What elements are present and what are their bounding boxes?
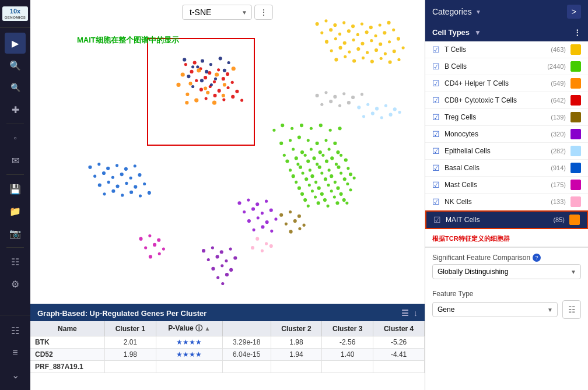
folder-tool[interactable]: 📁: [5, 201, 26, 222]
cell-type-row-cd4+-helper-t-cells[interactable]: ☑ CD4+ Helper T Cells (549): [425, 75, 588, 92]
cell-type-color-swatch-7[interactable]: [570, 163, 581, 173]
grid-tool[interactable]: ☷: [5, 251, 26, 272]
svg-point-73: [300, 124, 303, 127]
cell-type-checkbox-1[interactable]: ☑: [432, 62, 440, 71]
table-row[interactable]: PRF_887A19.1: [30, 361, 425, 373]
svg-point-218: [191, 65, 194, 68]
crosshair-tool[interactable]: ✚: [5, 99, 26, 120]
cell-type-checkbox-9[interactable]: ☑: [432, 197, 440, 206]
col-pvalue[interactable]: P-Value ⓘ ▲: [156, 321, 222, 336]
cell-type-color-swatch-5[interactable]: [570, 129, 581, 139]
svg-point-20: [285, 159, 289, 163]
settings-tool[interactable]: ⚙: [5, 273, 26, 294]
svg-point-211: [194, 98, 198, 102]
cell-type-row-mait-cells[interactable]: ☑ MAIT Cells (85): [425, 210, 588, 229]
cell-type-row-nk-cells[interactable]: ☑ NK Cells (133): [425, 194, 588, 210]
cell-type-checkbox-8[interactable]: ☑: [432, 180, 440, 189]
cell-type-checkbox-0[interactable]: ☑: [432, 45, 440, 54]
cell-type-checkbox-4[interactable]: ☑: [432, 113, 440, 122]
svg-point-260: [298, 215, 301, 218]
chevron-down-btn[interactable]: ⌄: [5, 364, 26, 385]
sig-feature-info-icon[interactable]: ?: [533, 254, 541, 262]
svg-point-140: [103, 192, 106, 195]
table-row[interactable]: CD52 1.98 ★★★★ 6.04e-15 1.94 1.40 -4.41: [30, 349, 425, 361]
cell-types-more[interactable]: ⋮: [573, 28, 581, 37]
svg-point-228: [191, 85, 194, 88]
svg-point-120: [388, 60, 392, 64]
cell-type-checkbox-2[interactable]: ☑: [432, 79, 440, 88]
svg-point-98: [343, 41, 346, 45]
svg-point-60: [303, 198, 307, 202]
feature-type-select-wrapper: Gene: [432, 302, 558, 317]
svg-point-137: [125, 182, 128, 185]
cell-type-row-cd8+-cytotoxic-t-cells[interactable]: ☑ CD8+ Cytotoxic T Cells (642): [425, 92, 588, 109]
tsne-dropdown[interactable]: t-SNE: [182, 5, 252, 20]
svg-point-47: [353, 177, 356, 180]
cell-type-color-swatch-1[interactable]: [570, 61, 581, 72]
svg-point-193: [218, 89, 221, 93]
layout-grid-btn[interactable]: ☷: [5, 320, 26, 341]
cell-type-color-swatch-6[interactable]: [570, 146, 581, 156]
cell-type-count-1: (2440): [547, 63, 566, 70]
svg-point-97: [334, 37, 337, 40]
left-toolbar: 10x GENOMICS ▶ 🔍 🔍 ✚ ◦ ✉ 💾 📁 📷 ☷ ⚙ ☷ ≡ ⌄: [0, 0, 30, 390]
cell-type-checkbox-3[interactable]: ☑: [432, 96, 440, 105]
cell-type-checkbox-7[interactable]: ☑: [432, 163, 440, 173]
svg-point-222: [227, 61, 230, 64]
lasso-tool[interactable]: ◦: [5, 128, 26, 149]
save-tool[interactable]: 💾: [5, 178, 26, 199]
cell-type-color-swatch-2[interactable]: [570, 78, 581, 89]
cell-type-checkbox-6[interactable]: ☑: [432, 146, 440, 156]
cell-type-color-swatch-0[interactable]: [570, 44, 581, 55]
svg-point-154: [247, 219, 251, 223]
comment-tool[interactable]: ✉: [5, 150, 26, 171]
cell-type-color-swatch-4[interactable]: [570, 112, 581, 122]
svg-point-265: [298, 227, 301, 230]
gene-c1-2: [104, 361, 156, 373]
cell-type-name-9: NK Cells: [444, 198, 551, 206]
cell-type-row-mast-cells[interactable]: ☑ Mast Cells (175): [425, 177, 588, 194]
list-btn[interactable]: ≡: [5, 342, 26, 363]
cell-type-row-treg-cells[interactable]: ☑ Treg Cells (139): [425, 109, 588, 126]
col-cluster3: Cluster 3: [322, 321, 373, 336]
camera-tool[interactable]: 📷: [5, 223, 26, 244]
viz-more-button[interactable]: ⋮: [254, 5, 273, 20]
categories-dropdown[interactable]: Categories: [432, 7, 481, 16]
gene-name-1: CD52: [30, 349, 104, 361]
cell-type-row-b-cells[interactable]: ☑ B Cells (2440): [425, 58, 588, 75]
cell-type-color-swatch-10[interactable]: [569, 215, 580, 225]
svg-point-13: [283, 154, 286, 157]
cell-type-color-swatch-3[interactable]: [570, 95, 581, 106]
zoom-in-tool[interactable]: 🔍: [5, 55, 26, 76]
tcr-right-annotation: 根据TCR特征定义的细胞群: [425, 229, 588, 247]
svg-point-3: [307, 139, 310, 142]
svg-point-184: [217, 68, 220, 71]
cell-type-color-swatch-8[interactable]: [570, 180, 581, 190]
cursor-tool[interactable]: ▶: [5, 33, 26, 54]
cell-type-row-t-cells[interactable]: ☑ T Cells (463): [425, 41, 588, 58]
svg-point-18: [330, 156, 334, 160]
download-icon[interactable]: ↓: [414, 308, 418, 318]
svg-point-153: [270, 208, 273, 212]
cell-type-row-monocytes[interactable]: ☑ Monocytes (320): [425, 126, 588, 143]
cell-type-row-epithelial-cells[interactable]: ☑ Epithelial Cells (282): [425, 143, 588, 160]
svg-point-180: [347, 101, 351, 104]
cell-type-color-swatch-9[interactable]: [570, 196, 581, 207]
filter-icon[interactable]: ☰: [401, 308, 409, 318]
svg-point-96: [325, 40, 328, 44]
cell-type-checkbox-5[interactable]: ☑: [432, 129, 440, 139]
table-row[interactable]: BTK 2.01 ★★★★ 3.29e-18 1.98 -2.56 -5.26: [30, 336, 425, 349]
cell-type-checkbox-10[interactable]: ☑: [433, 215, 441, 224]
cell-type-row-basal-cells[interactable]: ☑ Basal Cells (914): [425, 160, 588, 177]
zoom-out-tool[interactable]: 🔍: [5, 77, 26, 98]
svg-point-263: [303, 224, 306, 227]
cell-types-sort[interactable]: ▼: [474, 29, 481, 37]
svg-point-185: [226, 72, 229, 76]
sig-feature-dropdown[interactable]: Globally Distinguishing: [432, 264, 581, 279]
categories-nav-button[interactable]: >: [567, 5, 581, 19]
feature-grid-button[interactable]: ☷: [562, 300, 581, 319]
svg-point-26: [344, 158, 348, 161]
svg-point-168: [380, 116, 383, 119]
svg-point-74: [310, 127, 313, 130]
feature-type-dropdown[interactable]: Gene: [432, 302, 558, 317]
